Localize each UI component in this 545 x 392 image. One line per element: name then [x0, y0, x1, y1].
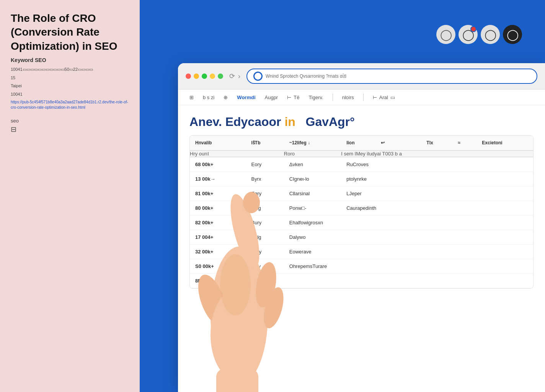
meta-id: 10041▭▭▭▭▭▭▭▭▭▭▭50▭22▭▭▭▭ [11, 66, 129, 73]
subheader-roro: Roro [284, 150, 341, 157]
svg-point-6 [210, 289, 264, 381]
blue-header: ◯ ◯ ◯ ◯ [140, 0, 545, 69]
toolbar-grid-icon[interactable]: ⊞ [189, 95, 194, 100]
content-title: Anev. Edycaoor in GavAgr° [189, 114, 534, 129]
td-val-4a: Ponw□- [284, 201, 341, 216]
forward-button[interactable]: › [238, 72, 240, 80]
table-row: 82 00k+ Bury Ehalfowigrosxn [190, 216, 533, 230]
divider-1 [333, 93, 333, 101]
td-val-6: Dalywo [284, 230, 533, 245]
toolbar-item-tigerv[interactable]: Tigerv. [308, 95, 323, 100]
table-row: 80 00k+ Bylg Ponw□- Caurapedinth [190, 201, 533, 216]
table-row: 81 00k+ Egry Cllarsinal LJeper [190, 186, 533, 201]
td-val-3b: LJeper [341, 186, 533, 201]
td-val-3a: Cllarsinal [284, 186, 341, 201]
minimize-button[interactable] [194, 74, 199, 79]
td-metric-7: 32 00k+ [190, 245, 246, 259]
td-metric-3: 81 00k+ [190, 186, 246, 201]
address-text: Wnind Sprotech Qvsarroning ?rnats αἰtl [266, 74, 530, 79]
close-button[interactable] [186, 74, 191, 79]
table-row: 17 004+ Rylg Dalywo [190, 230, 533, 245]
td-metric-2: 13 00k→ [190, 172, 246, 186]
td-metric-9: 8F 00k+ [190, 274, 246, 288]
td-label-6: Rylg [246, 230, 284, 245]
td-val-1a: Δvken [284, 157, 341, 172]
sidebar-url: https://pub-5c454f571b8e40a3a2aad27ade84… [11, 100, 129, 110]
td-metric-1: 68 00k+ [190, 157, 246, 172]
toolbar-item-wormdi[interactable]: Wormdi [237, 95, 255, 100]
top-icon-3[interactable]: ◯ [481, 25, 500, 44]
connect-icon: ⊕ [224, 95, 228, 100]
td-label-3: Egry [246, 186, 284, 201]
top-icon-4[interactable]: ◯ [503, 25, 522, 44]
sidebar: The Role of CRO (Conversion Rate Optimiz… [0, 0, 140, 392]
table-subheader-row: Hry ounⅠ Roro I sem IMey iludyai T003 b … [190, 150, 533, 157]
td-metric-6: 17 004+ [190, 230, 246, 245]
td-label-2: Byrx [246, 172, 284, 186]
main-area: ◯ ◯ ◯ ◯ ⟳ › [140, 0, 545, 392]
title-part2: in [284, 115, 295, 129]
maximize-button[interactable] [202, 74, 207, 79]
extra-light-2 [218, 74, 223, 79]
toolbar-aral-item[interactable]: ⊢ Aral ▭ [373, 95, 395, 100]
td-metric-4: 80 00k+ [190, 201, 246, 216]
person-icon-2: ◯ [462, 28, 474, 41]
person-icon: ◯ [440, 28, 452, 41]
back-button[interactable]: ⟳ [229, 72, 235, 80]
th-approx: ≈ [453, 136, 477, 150]
table-row: 8F 00k+ [190, 274, 533, 288]
toolbar-te-item[interactable]: ⊢ Tē [287, 95, 299, 100]
svg-rect-7 [216, 369, 258, 392]
data-table-wrapper: Hnvalib ls̄Tb ~12lifeg ↓ lion ↩ Tlx ≈ Ex… [189, 135, 534, 289]
toolbar-item-augpr[interactable]: Augpr [265, 95, 278, 100]
data-table: Hnvalib ls̄Tb ~12lifeg ↓ lion ↩ Tlx ≈ Ex… [190, 136, 533, 288]
top-icons: ◯ ◯ ◯ ◯ [436, 25, 522, 44]
td-label-7: Bory [246, 245, 284, 259]
top-icon-1[interactable]: ◯ [436, 25, 455, 44]
td-label-5: Bury [246, 216, 284, 230]
th-12lifeg: ~12lifeg ↓ [284, 136, 341, 150]
td-label-1: Eory [246, 157, 284, 172]
meta-zip: 10041 [11, 91, 129, 98]
app-toolbar: ⊞ b s zi ⊕ Wormdi Augpr ⊢ Tē Tigerv. nlo… [178, 90, 545, 105]
td-val-2b: ptolynrke [341, 172, 533, 186]
sidebar-tag: seo [11, 118, 129, 124]
td-label-8: Nillv [246, 259, 284, 274]
td-metric-8: S0 00k+ [190, 259, 246, 274]
th-empty [402, 136, 421, 150]
table-row: S0 00k+ Nillv OhrepemsTurare [190, 259, 533, 274]
meta-num: 15 [11, 75, 129, 82]
keyword-label: Keyword SEO [11, 57, 129, 63]
td-val-5: Ehalfowigrosxn [284, 216, 533, 230]
top-icon-2[interactable]: ◯ [459, 25, 478, 44]
td-val-1b: RuCroves [341, 157, 533, 172]
grid-icon: ⊞ [189, 95, 194, 100]
aral-icon: ⊢ [373, 95, 377, 100]
td-val-2a: CIgneι-lo [284, 172, 341, 186]
person-icon-4: ◯ [507, 28, 519, 41]
browser-chrome: ⟳ › Wnind Sprotech Qvsarroning ?rnats αἰ… [178, 63, 545, 90]
th-tlx: Tlx [421, 136, 452, 150]
td-val-4b: Caurapedinth [341, 201, 533, 216]
th-hnvalib: Hnvalib [190, 136, 246, 150]
td-val-7: Eowerave [284, 245, 533, 259]
address-bar[interactable]: Wnind Sprotech Qvsarroning ?rnats αἰtl [246, 69, 537, 84]
title-part3: GavAgr° [305, 115, 354, 129]
table-row: 32 00k+ Bory Eowerave [190, 245, 533, 259]
extra-light [210, 74, 215, 79]
aral-box-icon: ▭ [390, 95, 395, 100]
table-row: 13 00k→ Byrx CIgneι-lo ptolynrke [190, 172, 533, 186]
sidebar-icon: ⊟ [11, 125, 129, 134]
td-metric-5: 82 00k+ [190, 216, 246, 230]
subheader-hryoun: Hry ounⅠ [190, 150, 284, 157]
th-lstb: ls̄Tb [246, 136, 284, 150]
browser-nav: ⟳ › [229, 72, 240, 80]
toolbar-item-nloirs[interactable]: nloirs [342, 95, 354, 100]
toolbar-connect-icon[interactable]: ⊕ [224, 95, 228, 100]
td-val-8: OhrepemsTurare [284, 259, 533, 274]
toolbar-item-bszi[interactable]: b s zi [203, 95, 214, 100]
toolbar-item-te: Tē [294, 95, 299, 100]
td-label-4: Bylg [246, 201, 284, 216]
content-area: Anev. Edycaoor in GavAgr° Hnvalib ls̄Tb … [178, 105, 545, 298]
meta-city: Taipei [11, 83, 129, 90]
